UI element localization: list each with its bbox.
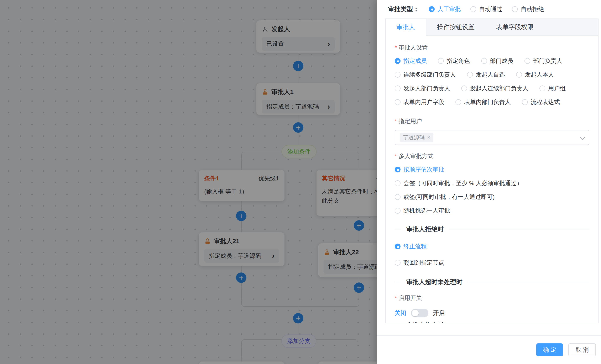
switch-on-label: 开启 xyxy=(433,309,445,317)
radio-terminate-flow[interactable]: 终止流程 xyxy=(395,243,589,250)
radio-form-user-field[interactable]: 表单内用户字段 xyxy=(395,98,444,106)
timeout-toggle[interactable] xyxy=(411,309,428,317)
radio-icon xyxy=(395,85,401,91)
approver-setting-row2: 连续多级部门负责人 发起人自选 发起人本人 xyxy=(395,71,589,78)
radio-icon xyxy=(516,72,522,78)
radio-initiator-choose[interactable]: 发起人自选 xyxy=(467,71,505,78)
radio-icon xyxy=(471,6,476,12)
radio-icon xyxy=(395,72,401,78)
radio-form-dept-leader[interactable]: 表单内部门负责人 xyxy=(455,98,511,106)
radio-assigned-role[interactable]: 指定角色 xyxy=(438,57,470,65)
radio-return-to-node[interactable]: 驳回到指定节点 xyxy=(395,259,589,266)
radio-sequential-approve[interactable]: 按顺序依次审批 xyxy=(395,166,589,173)
cancel-button[interactable]: 取 消 xyxy=(568,344,596,356)
approval-type-row: 审批类型： 人工审批 自动通过 自动拒绝 xyxy=(377,0,601,18)
drawer-footer: 确 定 取 消 xyxy=(377,335,601,364)
multi-approve-label: 多人审批方式 xyxy=(395,152,589,160)
radio-icon xyxy=(438,58,444,64)
radio-icon xyxy=(395,167,401,172)
timeout-switch-row: 关闭 开启 xyxy=(395,308,589,318)
tabs-header: 审批人 操作按钮设置 表单字段权限 xyxy=(386,19,598,36)
empty-assignee-divider: 审批人为空时 xyxy=(395,321,589,323)
settings-tabs: 审批人 操作按钮设置 表单字段权限 审批人设置 指定成员 指定角色 部门成员 部… xyxy=(385,19,599,323)
approver-setting-row3: 发起人部门负责人 发起人连续部门负责人 用户组 xyxy=(395,85,589,92)
tab-button-settings[interactable]: 操作按钮设置 xyxy=(426,19,485,35)
approval-type-label: 审批类型： xyxy=(388,5,419,13)
radio-auto-reject[interactable]: 自动拒绝 xyxy=(512,5,544,13)
radio-icon xyxy=(524,58,530,64)
tab-form-field-permission[interactable]: 表单字段权限 xyxy=(485,19,544,35)
approver-setting-row1: 指定成员 指定角色 部门成员 部门负责人 xyxy=(395,57,589,65)
remove-tag-icon[interactable]: × xyxy=(427,134,431,141)
radio-initiator-dept-leader[interactable]: 发起人部门负责人 xyxy=(395,85,450,92)
switch-off-label: 关闭 xyxy=(395,309,406,317)
radio-icon xyxy=(461,85,467,91)
radio-icon xyxy=(455,99,461,105)
radio-auto-approve[interactable]: 自动通过 xyxy=(471,5,502,13)
assign-user-label: 指定用户 xyxy=(395,118,589,125)
radio-icon xyxy=(512,6,518,12)
tab-content-approver: 审批人设置 指定成员 指定角色 部门成员 部门负责人 连续多级部门负责人 发起人… xyxy=(386,36,598,323)
radio-icon xyxy=(395,260,401,266)
enable-switch-label: 启用开关 xyxy=(395,294,589,302)
radio-icon xyxy=(540,85,545,91)
radio-multi-level-dept-leader[interactable]: 连续多级部门负责人 xyxy=(395,71,456,78)
radio-dept-member[interactable]: 部门成员 xyxy=(481,57,513,65)
empty-assignee-title: 审批人为空时 xyxy=(406,321,444,323)
radio-countersign[interactable]: 会签（可同时审批，至少 % 人必须审批通过） xyxy=(395,180,589,187)
radio-flow-expression[interactable]: 流程表达式 xyxy=(522,98,560,106)
radio-icon xyxy=(395,194,401,200)
chevron-down-icon xyxy=(580,134,585,140)
approver-setting-row4: 表单内用户字段 表单内部门负责人 流程表达式 xyxy=(395,98,589,106)
radio-icon xyxy=(395,243,401,249)
tab-approver[interactable]: 审批人 xyxy=(386,19,426,36)
radio-initiator-self[interactable]: 发起人本人 xyxy=(516,71,554,78)
assign-user-select[interactable]: 芋道源码 × xyxy=(395,130,589,145)
reject-section-title: 审批人拒绝时 xyxy=(406,225,444,233)
radio-icon xyxy=(395,58,401,64)
radio-icon xyxy=(395,208,401,214)
confirm-button[interactable]: 确 定 xyxy=(536,344,563,356)
timeout-section-divider: 审批人超时未处理时 xyxy=(395,278,589,286)
radio-icon xyxy=(395,99,401,105)
radio-assigned-member[interactable]: 指定成员 xyxy=(395,57,427,65)
approval-settings-drawer: 审批类型： 人工审批 自动通过 自动拒绝 审批人 操作按钮设置 表单字段权限 审… xyxy=(377,0,601,364)
radio-orsign[interactable]: 或签(可同时审批，有一人通过即可) xyxy=(395,193,589,201)
radio-icon xyxy=(429,6,435,12)
radio-icon xyxy=(481,58,487,64)
radio-manual-approval[interactable]: 人工审批 xyxy=(429,5,461,13)
radio-icon xyxy=(522,99,528,105)
selected-user-tag: 芋道源码 × xyxy=(400,133,433,142)
radio-initiator-multi-dept-leader[interactable]: 发起人连续部门负责人 xyxy=(461,85,528,92)
radio-user-group[interactable]: 用户组 xyxy=(540,85,566,92)
radio-dept-leader[interactable]: 部门负责人 xyxy=(524,57,562,65)
radio-icon xyxy=(467,72,473,78)
radio-icon xyxy=(395,180,401,186)
timeout-section-title: 审批人超时未处理时 xyxy=(406,278,462,286)
radio-random-one[interactable]: 随机挑选一人审批 xyxy=(395,207,589,214)
approver-setting-label: 审批人设置 xyxy=(395,44,589,51)
reject-section-divider: 审批人拒绝时 xyxy=(395,225,589,233)
